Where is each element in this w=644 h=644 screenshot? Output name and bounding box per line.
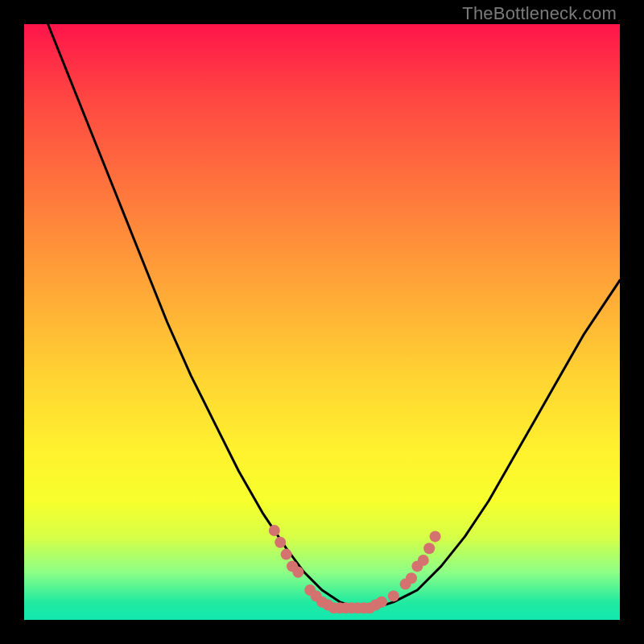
marker-dot [430, 530, 441, 542]
watermark-text: TheBottleneck.com [462, 3, 617, 24]
marker-dot [269, 525, 280, 536]
curve-svg [24, 24, 620, 620]
marker-dot [418, 555, 429, 566]
plot-area [24, 24, 620, 620]
marker-dot [281, 549, 292, 560]
chart-frame: TheBottleneck.com [0, 0, 644, 644]
marker-dot [275, 537, 286, 548]
bottleneck-curve [48, 24, 620, 608]
marker-dot [376, 597, 387, 608]
curve-markers [269, 525, 441, 613]
marker-dot [423, 543, 435, 554]
bottleneck-path [48, 24, 620, 608]
marker-dot [406, 572, 417, 584]
marker-dot [388, 590, 399, 601]
marker-dot [292, 567, 303, 578]
